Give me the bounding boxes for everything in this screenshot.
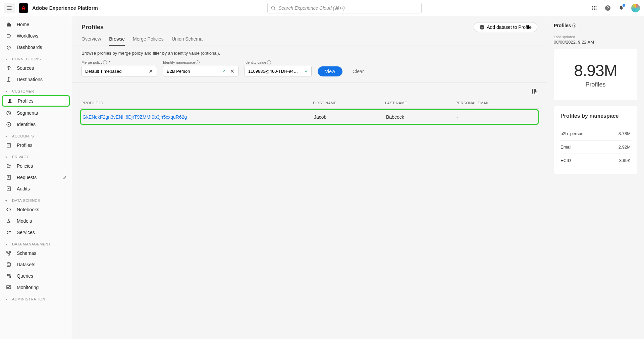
first-name-cell: Jacob <box>314 114 386 120</box>
merge-policy-label: Merge policyi* <box>82 60 157 64</box>
svg-rect-24 <box>9 251 11 252</box>
sidebar-item-queries[interactable]: Queries <box>0 270 72 282</box>
sidebar-section-connections[interactable]: ▾Connections <box>0 53 72 62</box>
svg-point-4 <box>592 7 593 8</box>
sidebar-item-destinations[interactable]: Destinations <box>0 74 72 85</box>
tab-browse[interactable]: Browse <box>109 36 125 46</box>
sidebar-item-workflows[interactable]: Workflows <box>0 30 72 42</box>
sidebar-item-home[interactable]: Home <box>0 19 72 30</box>
tab-union-schema[interactable]: Union Schema <box>172 36 203 46</box>
table-row[interactable]: GkENqkF2gn3vENH6DjrT9ZMMf9b3jn5cxquR62g … <box>81 110 538 124</box>
sidebar-section-data-science[interactable]: ▾Data Science <box>0 194 72 204</box>
chevron-down-icon: ▾ <box>5 155 10 159</box>
sidebar-item-segments[interactable]: Segments <box>0 107 72 119</box>
sidebar-item-profiles[interactable]: Profiles <box>2 95 70 107</box>
check-icon: ✓ <box>305 68 309 74</box>
home-icon <box>5 22 12 27</box>
email-cell: - <box>457 114 536 120</box>
policies-icon <box>5 163 12 169</box>
plus-circle-icon <box>479 24 485 30</box>
destinations-icon <box>5 77 12 82</box>
identity-namespace-picker[interactable]: ✓ ✕ <box>163 66 238 76</box>
profile-id-link[interactable]: GkENqkF2gn3vENH6DjrT9ZMMf9b3jn5cxquR62g <box>83 114 314 120</box>
audits-icon <box>5 186 12 191</box>
flask-icon <box>5 218 12 224</box>
column-first-name[interactable]: First Name <box>313 101 385 105</box>
monitoring-icon <box>5 285 12 290</box>
sidebar-item-monitoring[interactable]: Monitoring <box>0 282 72 293</box>
identity-namespace-label: Identity namespacei <box>163 60 238 64</box>
merge-policy-input[interactable] <box>85 69 146 74</box>
merge-policy-picker[interactable]: ✕ <box>82 66 157 76</box>
sidebar-item-datasets[interactable]: Datasets <box>0 259 72 270</box>
tab-merge-policies[interactable]: Merge Policies <box>133 36 164 46</box>
sidebar-item-requests[interactable]: Requests <box>0 172 72 183</box>
right-panel: Profilesi Last updated 08/08/2022, 9:22 … <box>547 16 644 339</box>
column-personal-email[interactable]: Personal Email <box>455 101 537 105</box>
column-settings-icon[interactable] <box>531 88 537 94</box>
sidebar-item-dashboards[interactable]: Dashboards <box>0 42 72 53</box>
sidebar-item-notebooks[interactable]: Notebooks <box>0 204 72 215</box>
global-search[interactable]: Search Experience Cloud (⌘+/) <box>267 3 422 13</box>
clear-icon[interactable]: ✕ <box>227 68 237 74</box>
sidebar-item-services[interactable]: Services <box>0 227 72 238</box>
column-last-name[interactable]: Last Name <box>385 101 455 105</box>
chevron-down-icon: ▾ <box>5 297 10 301</box>
svg-text:?: ? <box>606 6 609 10</box>
code-icon <box>5 207 12 212</box>
column-profile-id[interactable]: Profile ID <box>82 101 313 105</box>
sidebar-item-account-profiles[interactable]: Profiles <box>0 139 72 151</box>
svg-point-13 <box>9 99 11 101</box>
info-icon[interactable]: i <box>103 60 107 64</box>
svg-point-26 <box>7 263 10 264</box>
sidebar-section-privacy[interactable]: ▾Privacy <box>0 151 72 160</box>
view-button[interactable]: View <box>318 66 342 76</box>
svg-rect-22 <box>7 233 8 234</box>
identity-value-input[interactable] <box>248 69 305 74</box>
info-icon[interactable]: i <box>196 60 200 64</box>
sidebar-item-models[interactable]: Models <box>0 215 72 227</box>
schema-icon <box>5 250 12 256</box>
sidebar-item-audits[interactable]: Audits <box>0 183 72 194</box>
svg-rect-29 <box>7 286 11 289</box>
sidebar-section-customer[interactable]: ▾Customer <box>0 85 72 95</box>
add-dataset-button[interactable]: Add dataset to Profile <box>474 22 537 32</box>
help-icon[interactable]: ? <box>604 5 611 11</box>
sidebar-item-sources[interactable]: Sources <box>0 62 72 74</box>
svg-point-9 <box>596 9 597 10</box>
sidebar-item-schemas[interactable]: Schemas <box>0 247 72 259</box>
svg-point-16 <box>8 124 9 125</box>
identity-value-field[interactable]: ✓ <box>245 66 312 76</box>
apps-icon[interactable] <box>591 5 598 11</box>
info-icon[interactable]: i <box>267 60 271 64</box>
clear-button[interactable]: Clear <box>348 66 368 76</box>
chevron-down-icon: ▾ <box>5 242 10 246</box>
svg-point-27 <box>7 274 10 276</box>
user-avatar[interactable] <box>631 4 640 12</box>
sidebar-section-administration[interactable]: ▾Administration <box>0 293 72 302</box>
tab-overview[interactable]: Overview <box>82 36 101 46</box>
identity-value-label: Identity valuei <box>245 60 312 64</box>
requests-icon <box>5 175 12 180</box>
hamburger-menu[interactable] <box>4 3 15 13</box>
svg-point-28 <box>9 276 11 278</box>
sidebar-item-policies[interactable]: Policies <box>0 160 72 172</box>
workflows-icon <box>5 33 12 39</box>
sidebar-item-identities[interactable]: Identities <box>0 119 72 130</box>
bell-icon[interactable] <box>618 5 625 11</box>
browse-description: Browse profiles by merge policy and filt… <box>72 46 547 60</box>
sidebar-section-data-management[interactable]: ▾Data Management <box>0 238 72 247</box>
identity-namespace-input[interactable] <box>167 69 222 74</box>
services-icon <box>5 230 12 235</box>
adobe-logo: A <box>19 3 28 13</box>
svg-rect-21 <box>9 231 11 232</box>
clear-icon[interactable]: ✕ <box>146 68 155 74</box>
sidebar-section-accounts[interactable]: ▾Accounts <box>0 130 72 139</box>
svg-rect-25 <box>8 254 9 255</box>
svg-point-5 <box>594 7 595 8</box>
info-icon[interactable]: i <box>572 23 576 27</box>
search-placeholder: Search Experience Cloud (⌘+/) <box>278 5 345 11</box>
svg-rect-20 <box>7 231 8 232</box>
tabs: Overview Browse Merge Policies Union Sch… <box>72 32 547 46</box>
identities-icon <box>5 122 12 127</box>
